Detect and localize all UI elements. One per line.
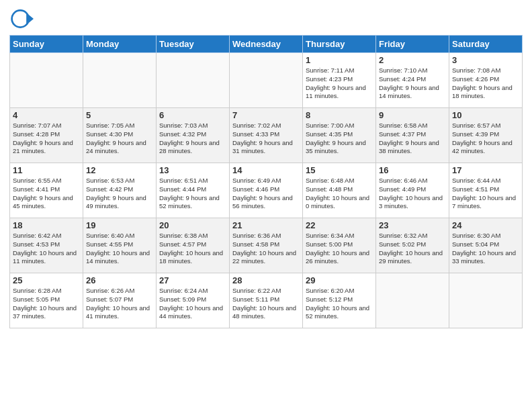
calendar-cell: 10Sunrise: 6:57 AM Sunset: 4:39 PM Dayli… bbox=[449, 108, 523, 163]
day-number: 29 bbox=[306, 275, 373, 285]
calendar-cell bbox=[230, 53, 303, 108]
day-number: 13 bbox=[159, 165, 226, 175]
logo-icon bbox=[9, 7, 34, 31]
calendar-cell: 21Sunrise: 6:36 AM Sunset: 4:58 PM Dayli… bbox=[230, 218, 303, 273]
weekday-header-row: SundayMondayTuesdayWednesdayThursdayFrid… bbox=[10, 36, 523, 53]
day-info: Sunrise: 7:03 AM Sunset: 4:32 PM Dayligh… bbox=[159, 122, 226, 156]
calendar-cell: 27Sunrise: 6:24 AM Sunset: 5:09 PM Dayli… bbox=[157, 273, 230, 328]
calendar-cell: 15Sunrise: 6:48 AM Sunset: 4:48 PM Dayli… bbox=[303, 163, 376, 218]
calendar-cell: 9Sunrise: 6:58 AM Sunset: 4:37 PM Daylig… bbox=[376, 108, 449, 163]
day-info: Sunrise: 6:40 AM Sunset: 4:55 PM Dayligh… bbox=[86, 232, 153, 266]
day-info: Sunrise: 7:02 AM Sunset: 4:33 PM Dayligh… bbox=[232, 122, 300, 156]
day-info: Sunrise: 6:49 AM Sunset: 4:46 PM Dayligh… bbox=[232, 177, 300, 211]
calendar-cell bbox=[157, 53, 230, 108]
day-info: Sunrise: 6:55 AM Sunset: 4:41 PM Dayligh… bbox=[13, 177, 80, 211]
day-number: 9 bbox=[379, 110, 446, 120]
svg-point-0 bbox=[12, 10, 29, 27]
calendar-row-0: 1Sunrise: 7:11 AM Sunset: 4:23 PM Daylig… bbox=[10, 53, 523, 108]
day-info: Sunrise: 6:22 AM Sunset: 5:11 PM Dayligh… bbox=[232, 287, 300, 321]
day-number: 24 bbox=[452, 220, 519, 230]
calendar-cell: 29Sunrise: 6:20 AM Sunset: 5:12 PM Dayli… bbox=[303, 273, 376, 328]
calendar-cell: 3Sunrise: 7:08 AM Sunset: 4:26 PM Daylig… bbox=[449, 53, 523, 108]
calendar-cell: 7Sunrise: 7:02 AM Sunset: 4:33 PM Daylig… bbox=[230, 108, 303, 163]
calendar-cell: 23Sunrise: 6:32 AM Sunset: 5:02 PM Dayli… bbox=[376, 218, 449, 273]
calendar-cell: 8Sunrise: 7:00 AM Sunset: 4:35 PM Daylig… bbox=[303, 108, 376, 163]
day-info: Sunrise: 6:53 AM Sunset: 4:42 PM Dayligh… bbox=[86, 177, 153, 211]
day-info: Sunrise: 6:28 AM Sunset: 5:05 PM Dayligh… bbox=[13, 287, 80, 321]
calendar: SundayMondayTuesdayWednesdayThursdayFrid… bbox=[9, 35, 523, 328]
calendar-cell bbox=[376, 273, 449, 328]
calendar-cell: 11Sunrise: 6:55 AM Sunset: 4:41 PM Dayli… bbox=[10, 163, 83, 218]
calendar-row-2: 11Sunrise: 6:55 AM Sunset: 4:41 PM Dayli… bbox=[10, 163, 523, 218]
calendar-cell: 12Sunrise: 6:53 AM Sunset: 4:42 PM Dayli… bbox=[83, 163, 157, 218]
day-info: Sunrise: 6:26 AM Sunset: 5:07 PM Dayligh… bbox=[86, 287, 153, 321]
calendar-cell: 16Sunrise: 6:46 AM Sunset: 4:49 PM Dayli… bbox=[376, 163, 449, 218]
calendar-cell: 22Sunrise: 6:34 AM Sunset: 5:00 PM Dayli… bbox=[303, 218, 376, 273]
page: SundayMondayTuesdayWednesdayThursdayFrid… bbox=[0, 0, 532, 411]
day-number: 1 bbox=[306, 55, 373, 65]
day-number: 19 bbox=[86, 220, 153, 230]
calendar-cell: 14Sunrise: 6:49 AM Sunset: 4:46 PM Dayli… bbox=[230, 163, 303, 218]
day-number: 20 bbox=[159, 220, 226, 230]
calendar-cell bbox=[449, 273, 523, 328]
calendar-cell: 26Sunrise: 6:26 AM Sunset: 5:07 PM Dayli… bbox=[83, 273, 157, 328]
calendar-row-4: 25Sunrise: 6:28 AM Sunset: 5:05 PM Dayli… bbox=[10, 273, 523, 328]
day-info: Sunrise: 6:24 AM Sunset: 5:09 PM Dayligh… bbox=[159, 287, 226, 321]
day-info: Sunrise: 6:48 AM Sunset: 4:48 PM Dayligh… bbox=[306, 177, 373, 211]
calendar-cell: 25Sunrise: 6:28 AM Sunset: 5:05 PM Dayli… bbox=[10, 273, 83, 328]
day-number: 8 bbox=[306, 110, 373, 120]
day-info: Sunrise: 6:44 AM Sunset: 4:51 PM Dayligh… bbox=[452, 177, 519, 211]
calendar-cell: 24Sunrise: 6:30 AM Sunset: 5:04 PM Dayli… bbox=[449, 218, 523, 273]
calendar-cell: 17Sunrise: 6:44 AM Sunset: 4:51 PM Dayli… bbox=[449, 163, 523, 218]
calendar-cell bbox=[10, 53, 83, 108]
weekday-saturday: Saturday bbox=[449, 36, 523, 53]
day-info: Sunrise: 7:11 AM Sunset: 4:23 PM Dayligh… bbox=[306, 66, 373, 101]
calendar-cell: 13Sunrise: 6:51 AM Sunset: 4:44 PM Dayli… bbox=[157, 163, 230, 218]
day-number: 7 bbox=[232, 110, 300, 120]
weekday-monday: Monday bbox=[83, 36, 157, 53]
calendar-cell: 18Sunrise: 6:42 AM Sunset: 4:53 PM Dayli… bbox=[10, 218, 83, 273]
day-number: 26 bbox=[86, 275, 153, 285]
svg-marker-1 bbox=[26, 13, 34, 25]
day-number: 25 bbox=[13, 275, 80, 285]
day-number: 16 bbox=[379, 165, 446, 175]
day-info: Sunrise: 6:36 AM Sunset: 4:58 PM Dayligh… bbox=[232, 232, 300, 266]
weekday-friday: Friday bbox=[376, 36, 449, 53]
day-number: 4 bbox=[13, 110, 80, 120]
calendar-cell: 6Sunrise: 7:03 AM Sunset: 4:32 PM Daylig… bbox=[157, 108, 230, 163]
day-number: 14 bbox=[232, 165, 300, 175]
day-number: 15 bbox=[306, 165, 373, 175]
weekday-thursday: Thursday bbox=[303, 36, 376, 53]
day-number: 12 bbox=[86, 165, 153, 175]
calendar-cell: 2Sunrise: 7:10 AM Sunset: 4:24 PM Daylig… bbox=[376, 53, 449, 108]
day-info: Sunrise: 6:32 AM Sunset: 5:02 PM Dayligh… bbox=[379, 232, 446, 266]
day-number: 23 bbox=[379, 220, 446, 230]
day-info: Sunrise: 7:00 AM Sunset: 4:35 PM Dayligh… bbox=[306, 122, 373, 156]
day-number: 27 bbox=[159, 275, 226, 285]
calendar-cell bbox=[83, 53, 157, 108]
calendar-cell: 19Sunrise: 6:40 AM Sunset: 4:55 PM Dayli… bbox=[83, 218, 157, 273]
day-number: 6 bbox=[159, 110, 226, 120]
day-info: Sunrise: 6:38 AM Sunset: 4:57 PM Dayligh… bbox=[159, 232, 226, 266]
day-info: Sunrise: 6:42 AM Sunset: 4:53 PM Dayligh… bbox=[13, 232, 80, 266]
day-number: 3 bbox=[452, 55, 519, 65]
day-number: 17 bbox=[452, 165, 519, 175]
day-number: 28 bbox=[232, 275, 300, 285]
day-info: Sunrise: 6:20 AM Sunset: 5:12 PM Dayligh… bbox=[306, 287, 373, 321]
day-number: 11 bbox=[13, 165, 80, 175]
day-info: Sunrise: 6:34 AM Sunset: 5:00 PM Dayligh… bbox=[306, 232, 373, 266]
calendar-cell: 28Sunrise: 6:22 AM Sunset: 5:11 PM Dayli… bbox=[230, 273, 303, 328]
day-info: Sunrise: 6:46 AM Sunset: 4:49 PM Dayligh… bbox=[379, 177, 446, 211]
day-number: 22 bbox=[306, 220, 373, 230]
calendar-row-1: 4Sunrise: 7:07 AM Sunset: 4:28 PM Daylig… bbox=[10, 108, 523, 163]
calendar-cell: 20Sunrise: 6:38 AM Sunset: 4:57 PM Dayli… bbox=[157, 218, 230, 273]
day-number: 10 bbox=[452, 110, 519, 120]
day-info: Sunrise: 7:10 AM Sunset: 4:24 PM Dayligh… bbox=[379, 66, 446, 101]
header bbox=[9, 7, 523, 31]
weekday-sunday: Sunday bbox=[10, 36, 83, 53]
day-info: Sunrise: 7:07 AM Sunset: 4:28 PM Dayligh… bbox=[13, 122, 80, 156]
day-number: 2 bbox=[379, 55, 446, 65]
day-info: Sunrise: 6:30 AM Sunset: 5:04 PM Dayligh… bbox=[452, 232, 519, 266]
day-number: 5 bbox=[86, 110, 153, 120]
day-info: Sunrise: 6:57 AM Sunset: 4:39 PM Dayligh… bbox=[452, 122, 519, 156]
